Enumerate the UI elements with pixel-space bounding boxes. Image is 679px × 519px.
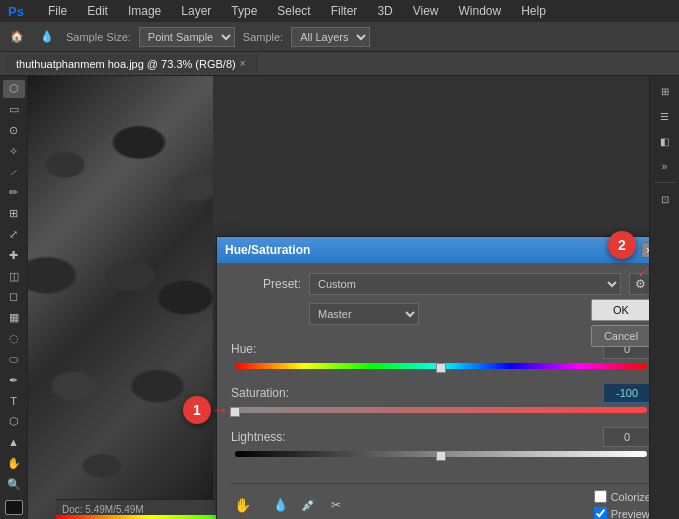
tool-crop[interactable]: ⟋ xyxy=(3,163,25,181)
eyedropper-add-button[interactable]: 💉 xyxy=(297,494,319,516)
tool-clone[interactable]: ✚ xyxy=(3,246,25,264)
ok-button[interactable]: OK xyxy=(591,299,649,321)
lightness-slider-track xyxy=(235,451,647,461)
tab-filename: thuthuatphanmem hoa.jpg @ 73.3% (RGB/8) xyxy=(16,58,236,70)
sliders-area: Hue: 0 Saturation xyxy=(231,333,649,477)
preset-label: Preset: xyxy=(231,277,301,291)
channel-select[interactable]: Master xyxy=(309,303,419,325)
tool-eraser[interactable]: ◻ xyxy=(3,288,25,306)
tool-text[interactable]: T xyxy=(3,392,25,410)
menu-window[interactable]: Window xyxy=(455,2,506,20)
tool-pen[interactable]: ✒ xyxy=(3,371,25,389)
channels-button[interactable]: ⊡ xyxy=(654,188,676,210)
menu-layer[interactable]: Layer xyxy=(177,2,215,20)
menu-bar: Ps File Edit Image Layer Type Select Fil… xyxy=(0,0,679,22)
foreground-color[interactable] xyxy=(5,500,23,515)
tool-heal[interactable]: ⊞ xyxy=(3,205,25,223)
canvas-area: Doc: 5.49M/5.49M Hue/Saturation × OK Can… xyxy=(28,76,649,519)
saturation-slider-track xyxy=(235,407,647,417)
home-icon[interactable]: 🏠 xyxy=(6,26,28,48)
hue-slider-track xyxy=(235,363,647,373)
lightness-slider-row: Lightness: 0 xyxy=(231,427,649,461)
colorize-checkbox-group: Colorize xyxy=(594,490,649,503)
lightness-value[interactable]: 0 xyxy=(603,427,649,447)
tool-magic-wand[interactable]: ✧ xyxy=(3,142,25,160)
dialog-close-button[interactable]: × xyxy=(641,242,649,258)
preset-row: Preset: Custom ⚙ xyxy=(231,273,649,295)
dialog-title: Hue/Saturation xyxy=(225,243,310,257)
menu-3d[interactable]: 3D xyxy=(373,2,396,20)
colorize-checkbox[interactable] xyxy=(594,490,607,503)
dialog-bottom-controls: ✋ 💧 💉 ✂ Colorize xyxy=(231,483,649,519)
sample-size-label: Sample Size: xyxy=(66,31,131,43)
status-text: Doc: 5.49M/5.49M xyxy=(62,504,144,515)
hue-saturation-dialog[interactable]: Hue/Saturation × OK Cancel Preset: Custo… xyxy=(216,236,649,519)
tool-zoom[interactable]: 🔍 xyxy=(3,475,25,493)
eyedropper-tool-icon[interactable]: 💧 xyxy=(36,26,58,48)
tool-eyedropper[interactable]: ✏ xyxy=(3,184,25,202)
preview-label: Preview xyxy=(611,508,649,520)
hue-label: Hue: xyxy=(231,342,603,356)
preview-checkbox[interactable] xyxy=(594,507,607,519)
left-toolbar: ⬡ ▭ ⊙ ✧ ⟋ ✏ ⊞ ⤢ ✚ ◫ ◻ ▦ ◌ ⬭ ✒ T ⬡ ▲ ✋ 🔍 xyxy=(0,76,28,519)
toolbar: 🏠 💧 Sample Size: Point Sample Sample: Al… xyxy=(0,22,679,52)
lightness-label: Lightness: xyxy=(231,430,603,444)
ps-logo: Ps xyxy=(4,2,28,21)
menu-view[interactable]: View xyxy=(409,2,443,20)
tool-blur[interactable]: ◌ xyxy=(3,330,25,348)
sample-label: Sample: xyxy=(243,31,283,43)
preset-select[interactable]: Custom xyxy=(309,273,621,295)
collapse-button[interactable]: » xyxy=(654,155,676,177)
hue-slider-row: Hue: 0 xyxy=(231,339,649,373)
colorize-label: Colorize xyxy=(611,491,649,503)
tool-gradient[interactable]: ▦ xyxy=(3,309,25,327)
tool-hand[interactable]: ✋ xyxy=(3,454,25,472)
sample-size-select[interactable]: Point Sample xyxy=(139,27,235,47)
tool-lasso[interactable]: ⊙ xyxy=(3,122,25,140)
right-panel: ⊞ ☰ ◧ » ⊡ xyxy=(649,76,679,519)
menu-type[interactable]: Type xyxy=(227,2,261,20)
tool-brush[interactable]: ⤢ xyxy=(3,226,25,244)
menu-help[interactable]: Help xyxy=(517,2,550,20)
eyedropper-button[interactable]: 💧 xyxy=(269,494,291,516)
menu-filter[interactable]: Filter xyxy=(327,2,362,20)
menu-select[interactable]: Select xyxy=(273,2,314,20)
tool-shape[interactable]: ▲ xyxy=(3,434,25,452)
tab-close-icon[interactable]: × xyxy=(240,58,246,69)
tool-move[interactable]: ⬡ xyxy=(3,80,25,98)
canvas-image xyxy=(28,76,213,519)
menu-file[interactable]: File xyxy=(44,2,71,20)
tab-image[interactable]: thuthuatphanmem hoa.jpg @ 73.3% (RGB/8) … xyxy=(6,55,257,73)
tool-dodge[interactable]: ⬭ xyxy=(3,350,25,368)
tool-select-rect[interactable]: ▭ xyxy=(3,101,25,119)
tool-path-select[interactable]: ⬡ xyxy=(3,413,25,431)
tool-history-brush[interactable]: ◫ xyxy=(3,267,25,285)
dialog-titlebar[interactable]: Hue/Saturation × xyxy=(217,237,649,263)
hand-tool-button[interactable]: ✋ xyxy=(231,494,253,516)
dialog-action-buttons: OK Cancel xyxy=(591,299,649,347)
main-area: ⬡ ▭ ⊙ ✧ ⟋ ✏ ⊞ ⤢ ✚ ◫ ◻ ▦ ◌ ⬭ ✒ T ⬡ ▲ ✋ 🔍 … xyxy=(0,76,679,519)
dialog-body: Preset: Custom ⚙ Master xyxy=(217,263,649,519)
preset-gear-button[interactable]: ⚙ xyxy=(629,273,649,295)
sample-value-select[interactable]: All Layers xyxy=(291,27,370,47)
adjustments-button[interactable]: ◧ xyxy=(654,130,676,152)
eyedropper-remove-button[interactable]: ✂ xyxy=(325,494,347,516)
cancel-button[interactable]: Cancel xyxy=(591,325,649,347)
saturation-value[interactable]: -100 xyxy=(603,383,649,403)
preview-checkbox-group: Preview xyxy=(594,507,649,519)
layers-panel-button[interactable]: ⊞ xyxy=(654,80,676,102)
saturation-slider-row: Saturation: -100 xyxy=(231,383,649,417)
menu-edit[interactable]: Edit xyxy=(83,2,112,20)
menu-image[interactable]: Image xyxy=(124,2,165,20)
saturation-label: Saturation: xyxy=(231,386,603,400)
tab-bar: thuthuatphanmem hoa.jpg @ 73.3% (RGB/8) … xyxy=(0,52,679,76)
panels-button[interactable]: ☰ xyxy=(654,105,676,127)
